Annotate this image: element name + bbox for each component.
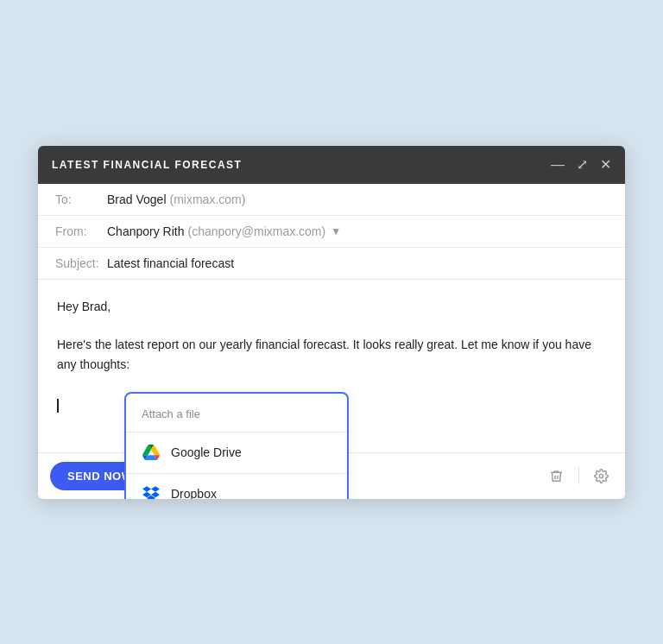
- email-body[interactable]: Hey Brad, Here's the latest report on ou…: [38, 280, 625, 452]
- to-email: (mixmax.com): [170, 193, 246, 206]
- from-field: From: Chanpory Rith (chanpory@mixmax.com…: [38, 216, 625, 248]
- maximize-button[interactable]: ⤢: [577, 158, 588, 172]
- to-field: To: Brad Vogel (mixmax.com): [38, 184, 625, 216]
- from-email: (chanpory@mixmax.com): [188, 224, 326, 238]
- from-label: From:: [55, 224, 107, 238]
- title-bar: LATEST FINANCIAL FORECAST — ⤢ ✕: [38, 146, 625, 184]
- dropbox-label: Dropbox: [171, 484, 217, 499]
- subject-label: Subject:: [55, 256, 107, 270]
- from-dropdown-icon[interactable]: ▼: [331, 225, 341, 237]
- google-drive-label: Google Drive: [171, 443, 242, 462]
- minimize-button[interactable]: —: [551, 158, 565, 172]
- google-drive-icon: [142, 443, 161, 462]
- body-greeting: Hey Brad,: [57, 297, 606, 316]
- subject-value: Latest financial forecast: [107, 256, 234, 270]
- attach-file-popup: Attach a file Google Drive: [124, 392, 349, 499]
- window-title: LATEST FINANCIAL FORECAST: [52, 159, 242, 171]
- to-name: Brad Vogel: [107, 193, 167, 206]
- attach-popup-title: Attach a file: [126, 394, 347, 433]
- gear-icon[interactable]: [590, 465, 613, 487]
- to-label: To:: [55, 193, 107, 206]
- from-name: Chanpory Rith: [107, 224, 185, 238]
- svg-point-15: [599, 474, 603, 477]
- trash-icon[interactable]: [545, 465, 568, 487]
- body-content: Here's the latest report on our yearly f…: [57, 335, 606, 374]
- close-button[interactable]: ✕: [600, 158, 611, 172]
- email-window: LATEST FINANCIAL FORECAST — ⤢ ✕ To: Brad…: [38, 146, 625, 499]
- attach-option-google-drive[interactable]: Google Drive: [126, 432, 347, 473]
- attach-option-dropbox[interactable]: Dropbox: [126, 474, 347, 499]
- dropbox-icon: [142, 484, 161, 499]
- subject-field: Subject: Latest financial forecast: [38, 248, 625, 280]
- window-controls: — ⤢ ✕: [551, 158, 611, 172]
